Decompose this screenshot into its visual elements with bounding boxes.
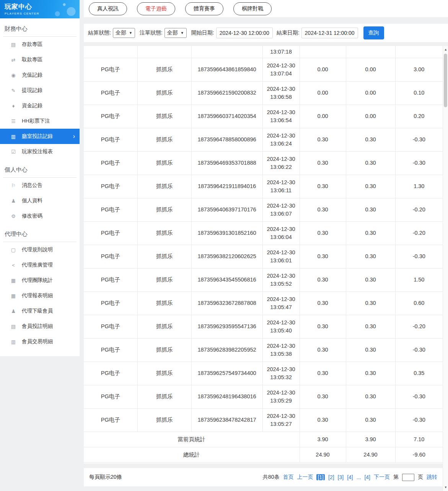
table-row: PG电子抓抓乐18735962481964380162024-12-30 13:… <box>84 385 443 408</box>
tab-electronic-games[interactable]: 電子遊藝 <box>137 2 175 15</box>
withdraw-icon: ⇄ <box>10 57 17 63</box>
summary-row: 總統計24.9024.90-9.60 <box>84 447 443 462</box>
filter-bar: 結算狀態: 全部 ▼ 注單狀態: 全部 ▼ 開始日期: 結束日期: 查詢 <box>84 24 448 42</box>
page-link[interactable]: [1] <box>316 474 325 480</box>
order-status-select[interactable]: 全部 ▼ <box>165 28 187 38</box>
sidebar-item-label: HH彩票下注 <box>22 118 50 124</box>
table-row: PG电子抓抓乐18735964693537018882024-12-30 13:… <box>84 151 443 175</box>
pagination-controls: 共80条 首页 上一页 [1][2][3][4]...[4] 下一页 第 页 跳… <box>263 474 437 481</box>
table-row: PG电子抓抓乐18735962384782428172024-12-30 13:… <box>84 408 443 432</box>
sidebar-section-title: 個人中心 <box>3 163 77 178</box>
tab-sports[interactable]: 體育賽事 <box>185 2 223 15</box>
jump-link[interactable]: 跳转 <box>427 474 437 481</box>
share-icon: < <box>10 262 17 268</box>
sidebar-item-label: 代理報表明細 <box>22 292 53 299</box>
sidebar-item-player-bet-report[interactable]: ☑玩家投注報表 <box>0 144 80 159</box>
summary-label: 總統計 <box>84 447 300 462</box>
end-date-input[interactable] <box>301 28 358 38</box>
sidebar-item-label: 會員投註明細 <box>22 323 53 330</box>
table-row: PG电子抓抓乐18735966438618598402024-12-30 13:… <box>84 58 443 81</box>
page-links: [1][2][3][4]...[4] <box>316 474 370 480</box>
list-icon: ▤ <box>10 324 17 329</box>
report-icon: ☑ <box>10 149 17 155</box>
page-link[interactable]: [3] <box>338 474 344 480</box>
chart-icon: ▦ <box>10 278 17 283</box>
settle-status-value: 全部 <box>116 29 126 36</box>
page-jump-input[interactable] <box>402 474 414 481</box>
sidebar-item-label: 代理推廣管理 <box>22 262 53 268</box>
gear-icon: ⚙ <box>10 213 17 219</box>
sidebar-item-label: 取款專區 <box>22 56 42 63</box>
sidebar-item-room-bet-records[interactable]: ▥廳室投註記錄› <box>0 129 80 144</box>
sidebar-item-profile[interactable]: ♟個人資料 <box>0 193 80 208</box>
table-row: PG电子抓抓乐18735962935955471362024-12-30 13:… <box>84 315 443 338</box>
first-page-link[interactable]: 首页 <box>283 474 293 481</box>
page-link[interactable]: [2] <box>328 474 334 480</box>
category-tabs: 真人視訊電子遊藝體育賽事棋牌對戰 <box>84 0 448 17</box>
sidebar-item-label: 玩家投注報表 <box>22 148 53 155</box>
order-status-value: 全部 <box>167 29 178 36</box>
order-status-label: 注單狀態: <box>140 29 163 36</box>
chevron-right-icon: › <box>73 133 75 140</box>
start-date-input[interactable] <box>216 28 273 38</box>
sidebar-item-label: 個人資料 <box>22 197 42 204</box>
page-link[interactable]: [4] <box>364 474 370 480</box>
sidebar-item-deposit-zone[interactable]: ▤存款專區 <box>0 37 80 52</box>
room-bet-icon: ▥ <box>10 134 17 139</box>
bet-records-table: 13:07:18PG电子抓抓乐18735966438618598402024-1… <box>84 46 443 463</box>
sidebar-item-agent-rules[interactable]: ▢代理規則說明 <box>0 242 80 257</box>
table-row-partial: 13:07:18 <box>84 46 443 58</box>
deposit-icon: ▤ <box>10 42 17 47</box>
search-button[interactable]: 查詢 <box>363 26 384 39</box>
table-row: PG电子抓抓乐18735964063971701762024-12-30 13:… <box>84 198 443 221</box>
sidebar-item-withdraw-zone[interactable]: ⇄取款專區 <box>0 52 80 67</box>
sidebar-item-agent-promotion[interactable]: <代理推廣管理 <box>0 257 80 273</box>
sidebar-item-member-bet-detail[interactable]: ▤會員投註明細 <box>0 319 80 334</box>
sidebar-item-hh-lottery-bet[interactable]: ☰HH彩票下注 <box>0 113 80 129</box>
sidebar-item-label: 消息公告 <box>22 182 42 189</box>
sidebar-item-label: 會員交易明細 <box>22 338 53 345</box>
sidebar-item-withdrawal-records[interactable]: ✎提現記錄 <box>0 83 80 98</box>
next-page-link[interactable]: 下一页 <box>374 474 390 481</box>
summary-label: 當前頁統計 <box>84 432 300 447</box>
app-subtitle: PLAYERS CENTER <box>5 12 80 15</box>
settle-status-select[interactable]: 全部 ▼ <box>113 28 135 38</box>
sidebar: 玩家中心 PLAYERS CENTER 財務中心▤存款專區⇄取款專區◉充值記錄✎… <box>0 0 80 356</box>
sidebar-item-agent-team-stats[interactable]: ▦代理團隊統計 <box>0 273 80 288</box>
sidebar-item-member-transaction-detail[interactable]: ▥會員交易明細 <box>0 334 80 349</box>
sidebar-item-label: 修改密碼 <box>22 213 42 219</box>
scroll-up-icon[interactable]: ▲ <box>443 47 448 52</box>
table-row: PG电子抓抓乐18735962575497344002024-12-30 13:… <box>84 362 443 385</box>
table-row: PG电子抓抓乐18735963236728878082024-12-30 13:… <box>84 291 443 315</box>
sidebar-item-messages[interactable]: ⚐消息公告 <box>0 178 80 193</box>
table-row: PG电子抓抓乐18735963913018521602024-12-30 13:… <box>84 221 443 245</box>
start-date-label: 開始日期: <box>191 29 214 36</box>
sidebar-item-recharge-records[interactable]: ◉充值記錄 <box>0 67 80 83</box>
main-content: 真人視訊電子遊藝體育賽事棋牌對戰 結算狀態: 全部 ▼ 注單狀態: 全部 ▼ 開… <box>80 0 448 491</box>
sidebar-item-agent-sub-members[interactable]: ♟代理下級會員 <box>0 303 80 319</box>
sidebar-item-label: 代理團隊統計 <box>22 277 53 284</box>
table-row: PG电子抓抓乐18735963821206026252024-12-30 13:… <box>84 245 443 268</box>
prev-page-link[interactable]: 上一页 <box>297 474 313 481</box>
chevron-down-icon: ▼ <box>181 31 184 35</box>
sidebar-menu: 財務中心▤存款專區⇄取款專區◉充值記錄✎提現記錄♦資金記錄☰HH彩票下注▥廳室投… <box>0 22 80 349</box>
sidebar-item-label: 代理下級會員 <box>22 308 53 314</box>
settle-status-label: 結算狀態: <box>88 29 111 36</box>
sidebar-item-change-password[interactable]: ⚙修改密碼 <box>0 208 80 224</box>
vertical-scrollbar[interactable]: ▲ ▼ <box>443 46 448 491</box>
sidebar-item-agent-report-detail[interactable]: ▦代理報表明細 <box>0 288 80 303</box>
sidebar-section-title: 財務中心 <box>3 22 77 37</box>
page-link[interactable]: [4] <box>347 474 353 480</box>
people-icon: ♟ <box>10 308 17 314</box>
jump-suffix: 页 <box>418 474 423 481</box>
end-date-label: 結束日期: <box>277 29 300 36</box>
table-row: PG电子抓抓乐18735966215902008322024-12-30 13:… <box>84 81 443 105</box>
document-icon: ▢ <box>10 247 17 253</box>
tab-board-games[interactable]: 棋牌對戰 <box>233 2 272 15</box>
sidebar-item-label: 存款專區 <box>22 41 42 48</box>
tab-live-video[interactable]: 真人視訊 <box>89 2 127 15</box>
table-row: PG电子抓抓乐18735962839822059522024-12-30 13:… <box>84 338 443 362</box>
scroll-down-icon[interactable]: ▼ <box>443 484 448 490</box>
scrollbar-thumb[interactable] <box>444 54 447 107</box>
sidebar-item-funds-records[interactable]: ♦資金記錄 <box>0 98 80 113</box>
